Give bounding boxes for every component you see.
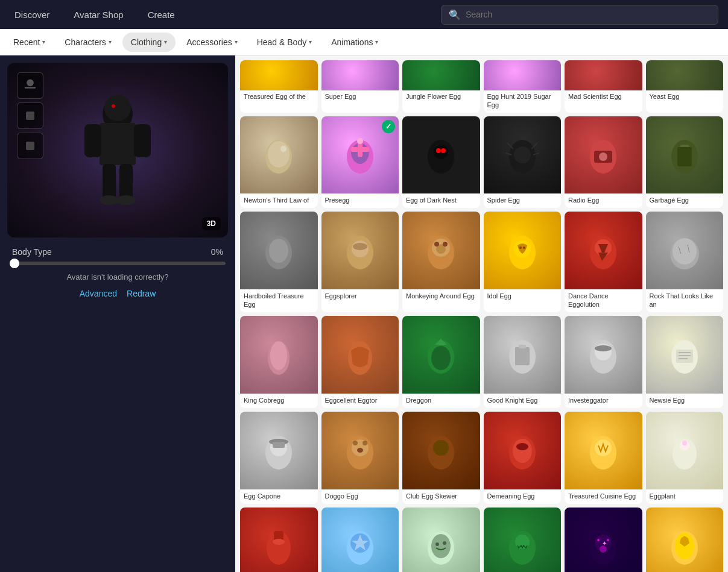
svg-point-24 (441, 148, 446, 153)
item-card-newsie[interactable]: Newsie Egg (646, 316, 724, 408)
item-image-inner (410, 219, 472, 281)
partial-item-super-egg[interactable]: Super Egg (321, 60, 399, 113)
item-card-demeaning[interactable]: Demeaning Egg (484, 412, 562, 504)
svg-point-60 (431, 346, 451, 370)
svg-rect-11 (119, 164, 133, 200)
item-image-inner (410, 515, 472, 572)
item-card-eggsplorer[interactable]: Eggsplorer (321, 212, 399, 312)
item-name: Spider Egg (484, 193, 562, 208)
nav-avatar-shop[interactable]: Avatar Shop (69, 7, 128, 22)
item-image-inner (410, 124, 472, 186)
svg-point-26 (514, 146, 531, 163)
tab-clothing[interactable]: Clothing ▾ (122, 33, 176, 52)
avatar-thumbnail-head[interactable] (17, 72, 43, 99)
item-card-knight[interactable]: Good Knight Egg (484, 316, 562, 408)
item-card-hardboiled[interactable]: Hardboiled Treasure Egg (240, 212, 318, 312)
partial-item-treasured-egg[interactable]: Treasured Egg of the (240, 60, 318, 113)
item-card-garbage[interactable]: Garbagé Egg (646, 116, 724, 209)
right-panel[interactable]: Treasured Egg of the Super Egg Jungle Fl… (235, 55, 728, 572)
svg-rect-10 (103, 164, 116, 200)
svg-point-84 (513, 439, 532, 463)
svg-point-48 (519, 247, 522, 249)
item-card-treasured-2[interactable]: Treasured Egg of (646, 508, 724, 572)
tab-accessories[interactable]: Accessories ▾ (178, 33, 245, 52)
item-card-investeggator[interactable]: Investeggator (565, 316, 642, 408)
avatar-thumbnail-body2[interactable] (17, 133, 43, 159)
search-input[interactable] (466, 10, 711, 19)
item-image (484, 116, 562, 194)
item-card-doggo[interactable]: Doggo Egg (321, 412, 399, 504)
item-card-spider[interactable]: Spider Egg (484, 116, 562, 209)
avatar-error: Avatar isn't loading correctly? (7, 270, 228, 284)
item-card-eggplant[interactable]: Eggplant (646, 412, 724, 504)
item-card-dance[interactable]: Dance Dance Eggolution (565, 212, 642, 312)
svg-point-5 (104, 95, 131, 121)
item-image-inner (329, 420, 391, 482)
tab-characters[interactable]: Characters ▾ (56, 33, 119, 52)
svg-point-49 (523, 247, 525, 249)
avatar-3d-badge[interactable]: 3D (202, 217, 221, 230)
partial-item-yeast-egg[interactable]: Yeast Egg (646, 60, 724, 113)
svg-point-79 (362, 441, 367, 445)
tab-head-body[interactable]: Head & Body ▾ (248, 33, 321, 52)
partial-item-name: Super Egg (321, 90, 399, 104)
partial-item-mad-scientist[interactable]: Mad Scientist Egg (565, 60, 642, 113)
item-card-eggcellent[interactable]: Eggcellent Eggtor (321, 316, 399, 408)
item-card-eggchup[interactable]: Eggchup (240, 508, 318, 572)
item-name: Demeaning Egg (484, 489, 562, 504)
item-card-treasured-cuisine[interactable]: Treasured Cuisine Egg (565, 412, 642, 504)
item-image (402, 316, 480, 394)
svg-rect-63 (519, 345, 526, 348)
item-card-radio[interactable]: Radio Egg (565, 116, 642, 209)
search-icon: 🔍 (449, 9, 461, 20)
body-type-slider[interactable] (10, 262, 226, 265)
item-card-rock[interactable]: Rock That Looks Like an (646, 212, 724, 312)
advanced-button[interactable]: Advanced (80, 289, 117, 298)
partial-item-jungle-flower[interactable]: Jungle Flower Egg (402, 60, 480, 113)
item-image-inner (572, 219, 635, 281)
item-image (484, 412, 562, 489)
item-card-club[interactable]: Club Egg Skewer (402, 412, 480, 504)
item-image-inner (329, 324, 391, 386)
nav-create[interactable]: Create (143, 7, 180, 22)
tab-animations[interactable]: Animations ▾ (323, 33, 387, 52)
item-card-sugar-crystal[interactable]: Sugar Crystal Egg (321, 508, 399, 572)
slider-thumb[interactable] (10, 259, 19, 268)
item-card-presegg[interactable]: ✓ Presegg (321, 116, 399, 209)
item-card-newtons[interactable]: Newton's Third Law of (240, 116, 318, 209)
body-type-label: Body Type (12, 247, 206, 257)
item-card-monkey[interactable]: Monkeying Around Egg (402, 212, 480, 312)
item-card-eggfection[interactable]: Eggfection (402, 508, 480, 572)
item-name: Newton's Third Law of (240, 193, 318, 208)
item-card-egg-wishes[interactable]: ✦ Egg of Wishes (565, 508, 642, 572)
chevron-down-icon: ▾ (109, 39, 112, 45)
svg-point-16 (280, 146, 286, 152)
redraw-button[interactable]: Redraw (127, 289, 156, 298)
item-name: Rock That Looks Like an (646, 289, 724, 313)
svg-point-107 (597, 539, 600, 541)
item-name: Treasured Cuisine Egg (565, 489, 642, 504)
item-image (321, 412, 399, 489)
svg-point-82 (433, 440, 449, 456)
item-card-capone[interactable]: Egg Capone (240, 412, 318, 504)
item-card-idol[interactable]: Idol Egg (484, 212, 562, 312)
item-image (646, 212, 724, 289)
svg-point-57 (270, 341, 287, 370)
item-card-dark-nest[interactable]: Egg of Dark Nest (402, 116, 480, 209)
item-image (646, 412, 724, 489)
item-name: Garbagé Egg (646, 193, 724, 208)
nav-discover[interactable]: Discover (10, 7, 54, 22)
item-card-dreggon[interactable]: Dreggon (402, 316, 480, 408)
tab-recent[interactable]: Recent ▾ (5, 33, 54, 52)
item-image (321, 508, 399, 572)
item-name: Monkeying Around Egg (402, 289, 480, 304)
svg-rect-1 (25, 87, 36, 88)
body-type-percent: 0% (211, 247, 223, 257)
item-card-king-cob[interactable]: King Cobregg (240, 316, 318, 408)
item-card-alleggator[interactable]: Alleggator (484, 508, 562, 572)
avatar-thumbnail-body1[interactable] (17, 102, 43, 129)
item-image-inner (248, 219, 310, 281)
item-image-inner (653, 324, 715, 386)
partial-item-egg-hunt[interactable]: Egg Hunt 2019 Sugar Egg (484, 60, 562, 113)
svg-point-53 (673, 238, 697, 265)
